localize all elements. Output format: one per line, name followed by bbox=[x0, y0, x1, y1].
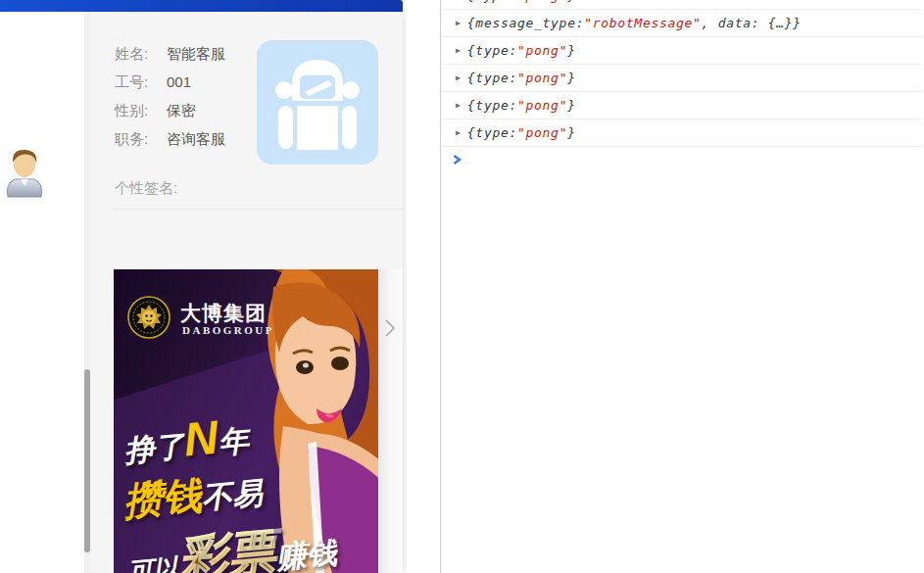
ad-text-segment: 攒钱 bbox=[122, 473, 204, 523]
profile-field-gender: 性别: 保密 bbox=[115, 96, 225, 124]
devtools-console: ▶ {type: "pong" } ▶ {message_type: "robo… bbox=[440, 0, 924, 573]
ad-text-segment: 彩票 bbox=[175, 524, 278, 573]
console-messages: ▶ {type: "pong" } ▶ {message_type: "robo… bbox=[441, 0, 924, 174]
log-text: {type: bbox=[467, 0, 517, 3]
field-label: 职务: bbox=[115, 124, 167, 153]
log-text: {message_type: bbox=[467, 16, 584, 30]
ad-text-segment: 挣了 bbox=[122, 429, 186, 468]
profile-panel: 姓名: 智能客服 工号: 001 性别: 保密 职务: 咨询客服 bbox=[90, 12, 403, 573]
field-value: 001 bbox=[167, 68, 191, 96]
console-prompt[interactable] bbox=[441, 147, 924, 174]
log-string: "pong" bbox=[517, 0, 567, 3]
field-value: 智能客服 bbox=[167, 39, 225, 68]
profile-fields: 姓名: 智能客服 工号: 001 性别: 保密 职务: 咨询客服 bbox=[115, 39, 225, 153]
profile-field-role: 职务: 咨询客服 bbox=[115, 124, 225, 153]
console-log-row[interactable]: ▶ {type: "pong" } bbox=[441, 119, 922, 147]
log-text: } bbox=[567, 71, 576, 85]
robot-avatar bbox=[257, 40, 378, 165]
expand-triangle-icon[interactable]: ▶ bbox=[456, 19, 461, 27]
log-string: "pong" bbox=[517, 71, 567, 85]
expand-triangle-icon[interactable]: ▶ bbox=[456, 73, 461, 82]
expand-triangle-icon[interactable]: ▶ bbox=[456, 128, 461, 137]
log-string: "pong" bbox=[517, 125, 567, 140]
ad-headline-1: 挣了N年 bbox=[122, 407, 251, 472]
console-log-row[interactable]: ▶ {type: "pong" } bbox=[441, 92, 922, 119]
field-label: 姓名: bbox=[115, 39, 167, 68]
ad-text-segment: 不易 bbox=[200, 476, 264, 515]
ad-text-segment: N bbox=[181, 411, 219, 466]
person-icon bbox=[3, 184, 46, 201]
console-log-row[interactable]: ▶ {message_type: "robotMessage" , data: … bbox=[441, 10, 922, 37]
carousel-next-button[interactable] bbox=[378, 269, 403, 573]
console-log-row[interactable]: ▶ {type: "pong" } bbox=[441, 37, 922, 65]
ad-text-segment: 赚钱 bbox=[274, 535, 338, 573]
log-string: "pong" bbox=[517, 43, 567, 58]
field-label: 性别: bbox=[115, 96, 167, 124]
user-avatar[interactable] bbox=[3, 145, 46, 198]
console-log-row[interactable]: ▶ {type: "pong" } bbox=[441, 65, 922, 92]
log-text: {type: bbox=[467, 43, 517, 58]
ad-text-segment: 可以 bbox=[126, 552, 179, 573]
log-text: {type: bbox=[467, 125, 517, 140]
log-text: } bbox=[567, 125, 576, 140]
log-text: {type: bbox=[467, 71, 517, 85]
contact-sidebar bbox=[0, 12, 84, 573]
profile-field-id: 工号: 001 bbox=[115, 68, 225, 96]
chat-app-window: 姓名: 智能客服 工号: 001 性别: 保密 职务: 咨询客服 bbox=[0, 0, 403, 573]
lion-emblem-icon bbox=[127, 296, 170, 339]
log-text: , data: {…}} bbox=[702, 16, 802, 30]
signature-label: 个性签名: bbox=[115, 179, 177, 198]
log-string: "pong" bbox=[517, 98, 567, 113]
expand-triangle-icon[interactable]: ▶ bbox=[456, 101, 461, 110]
field-value: 咨询客服 bbox=[167, 124, 225, 153]
expand-triangle-icon[interactable]: ▶ bbox=[456, 46, 461, 55]
log-text: } bbox=[567, 98, 576, 113]
field-label: 工号: bbox=[115, 68, 167, 96]
profile-field-name: 姓名: 智能客服 bbox=[115, 39, 225, 68]
app-title-bar bbox=[0, 0, 403, 12]
field-value: 保密 bbox=[167, 96, 196, 124]
log-text: } bbox=[567, 0, 576, 3]
console-log-row-clipped[interactable]: ▶ {type: "pong" } bbox=[441, 0, 922, 10]
section-divider bbox=[113, 209, 403, 210]
log-text: } bbox=[567, 43, 576, 58]
ad-brand-latin: DABOGROUP bbox=[182, 324, 274, 336]
console-prompt-icon bbox=[452, 152, 462, 170]
ad-brand-name: 大博集团 bbox=[180, 300, 267, 327]
log-text: {type: bbox=[467, 98, 517, 113]
ad-text-segment: 年 bbox=[217, 423, 250, 460]
browser-page: 姓名: 智能客服 工号: 001 性别: 保密 职务: 咨询客服 bbox=[0, 0, 924, 573]
ad-banner[interactable]: 大博集团 DABOGROUP 挣了N年 攒钱不易 可以彩票赚钱 bbox=[114, 269, 378, 573]
robot-icon bbox=[257, 151, 378, 167]
log-string: "robotMessage" bbox=[584, 16, 701, 30]
